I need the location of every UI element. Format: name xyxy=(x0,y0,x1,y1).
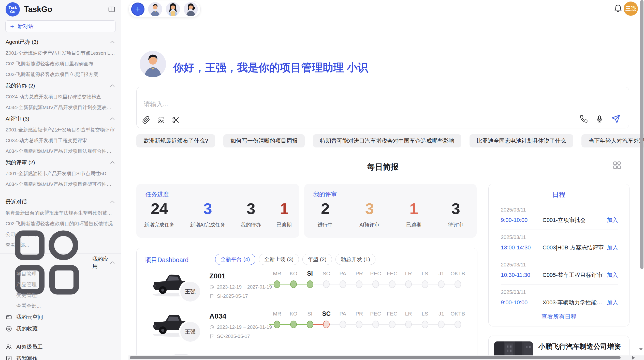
chat-input[interactable] xyxy=(143,100,500,108)
project-row[interactable]: 王强Z0012023-12-19 ~ 2027-01-19SI-2025-05-… xyxy=(137,268,477,307)
stat: 3我的待办 xyxy=(241,200,261,228)
milestone-label: PA xyxy=(334,269,351,278)
schedule-name: C003|H0B-方案冻结评审 xyxy=(543,244,607,251)
suggestion-chip[interactable]: 如何写一份清晰的项目周报 xyxy=(223,134,305,147)
clock-icon xyxy=(209,325,214,330)
logo-text-1: Task xyxy=(8,5,17,9)
milestone-label: PEC xyxy=(368,309,384,318)
layout-grid-icon[interactable] xyxy=(612,160,622,170)
join-link[interactable]: 加入 xyxy=(607,216,618,224)
section-label: 我的评审 (2) xyxy=(6,159,35,166)
project-dates: 2023-12-19 ~ 2026-01-19 xyxy=(209,324,272,330)
new-session-button[interactable]: + xyxy=(131,3,144,16)
user-name: 王强 xyxy=(625,5,636,12)
suggestion-chip[interactable]: 比亚迪全固态电池计划具体说了什么 xyxy=(470,134,573,147)
schedule-list: 2025/03/119:00-10:00C001-立项审批会加入2025/03/… xyxy=(501,202,618,312)
section-label: 我的应用 xyxy=(92,256,109,270)
flag-icon xyxy=(209,334,214,339)
project-name: Z001 xyxy=(209,272,226,280)
chevron-up-icon xyxy=(109,260,115,266)
milestone-label: PEC xyxy=(368,269,384,278)
sidebar-apps-header[interactable]: 我的应用 xyxy=(0,257,121,268)
session-switcher: + xyxy=(128,1,201,17)
sidebar-section-header[interactable]: AI评审 (3) xyxy=(0,113,121,125)
suggestion-chip[interactable]: 特朗普可能对进口汽车增税会对中国车企造成哪些影响 xyxy=(313,134,461,147)
milestone-dot xyxy=(389,280,396,288)
milestone-dot xyxy=(405,280,412,288)
sidebar-item[interactable]: Z001-全新燃油轻卡产品开发项目SI节点属性5D文件评审 xyxy=(0,168,121,179)
clock-icon xyxy=(209,284,214,290)
schedule-time: 13:00-14:30 xyxy=(501,244,539,251)
dashboard-filter[interactable]: 动总开发 (1) xyxy=(335,254,376,265)
stat-label: 新增AI完成任务 xyxy=(190,221,225,228)
sidebar-tool-write-icon[interactable]: 帮我写作 xyxy=(0,353,121,360)
horizontal-scrollbar-thumb[interactable] xyxy=(130,356,621,359)
milestone-dot xyxy=(372,280,379,288)
milestone-dot xyxy=(405,321,412,328)
stat-value: 1 xyxy=(406,200,421,217)
sidebar-item[interactable]: 解释最新出台的欧盟报废车法规再生塑料比例被调至15%... xyxy=(0,208,121,218)
join-link[interactable]: 加入 xyxy=(607,271,618,279)
sidebar-section-header[interactable]: Agent已办 (3) xyxy=(0,36,121,48)
sidebar-section-header[interactable]: 最近对话 xyxy=(0,196,121,208)
stat-value: 3 xyxy=(448,200,463,217)
dashboard-filter[interactable]: 全新上装 (3) xyxy=(259,254,299,265)
schedule-item[interactable]: 2025/03/119:00-10:00C001-立项审批会加入 xyxy=(501,202,618,230)
session-avatar-3[interactable] xyxy=(184,2,198,16)
user-avatar[interactable]: 王强 xyxy=(624,2,638,16)
schedule-item[interactable]: 2025/03/119:00-10:00X003-车辆动力学性能验...加入 xyxy=(501,285,618,312)
schedule-item[interactable]: 2025/03/1110:30-11:30C005-整车工程目标评审加入 xyxy=(501,257,618,285)
send-icon[interactable] xyxy=(611,114,620,124)
stat-card: 任务进度24新增完成任务3新增AI完成任务3我的待办1已逾期 xyxy=(136,184,299,238)
sidebar-item[interactable]: C02-飞腾新能源轻客改款项目里程碑画布 xyxy=(0,58,121,69)
sidebar-item[interactable]: A034-全新新能源MUV产品开发项目法规符合性评审 xyxy=(0,146,121,157)
collapse-panel-icon[interactable] xyxy=(108,6,115,13)
session-avatar-2[interactable] xyxy=(166,2,180,16)
session-avatar-1[interactable] xyxy=(148,2,162,16)
attachment-icon[interactable] xyxy=(142,116,150,124)
vertical-scrollbar-thumb[interactable] xyxy=(640,0,643,269)
view-all-schedule-link[interactable]: 查看所有日程 xyxy=(489,313,629,321)
sidebar-item[interactable]: A034-全新新能源MUV产品开发项目计划变更表编写 xyxy=(0,102,121,113)
suggestion-chip[interactable]: 当下年轻人对汽车外观有怎样的喜好趋势 xyxy=(581,134,644,147)
sidebar-item[interactable]: A034-全新新能源MUV产品开发项目造型可行性评审 xyxy=(0,179,121,190)
divider xyxy=(0,338,121,338)
sidebar-item[interactable]: C0X4-动力总成开发项目SI里程碑提交物检查 xyxy=(0,92,121,102)
join-link[interactable]: 加入 xyxy=(607,299,618,306)
milestone-dot xyxy=(389,321,396,328)
scissors-icon[interactable] xyxy=(172,116,180,124)
sidebar-item[interactable]: C0X4-动力总成开发项目工程变更评审 xyxy=(0,135,121,146)
phone-call-icon[interactable] xyxy=(580,115,588,123)
scroll-right-arrow[interactable] xyxy=(632,356,635,359)
scroll-down-arrow[interactable] xyxy=(639,348,643,351)
input-left-icons xyxy=(142,116,180,124)
sidebar-section-header[interactable]: 我的评审 (2) xyxy=(0,157,121,168)
sidebar-item-star-circle-icon[interactable]: 我的收藏 xyxy=(0,323,121,335)
sidebar-item-cloud-space-icon[interactable]: 我的云空间 xyxy=(0,311,121,323)
new-chat-button[interactable]: + 新对话 xyxy=(5,20,116,32)
sidebar-item[interactable]: C02-飞腾新能源轻客改款项目立项汇报方案 xyxy=(0,69,121,80)
sidebar-item[interactable]: Z001-全新燃油皮卡产品开发项目SI节点Lesson Learn报告 xyxy=(0,48,121,58)
dashboard-filter[interactable]: 年型 (2) xyxy=(302,254,332,265)
sidebar-tool-people-icon[interactable]: AI超级员工 xyxy=(0,341,121,353)
schedule-time: 9:00-10:00 xyxy=(501,217,539,223)
microphone-icon[interactable] xyxy=(595,115,604,123)
stat: 3待评审 xyxy=(448,200,463,228)
dashboard-filter[interactable]: 全新平台 (4) xyxy=(215,254,255,265)
sidebar-section-header[interactable]: 我的待办 (2) xyxy=(0,80,121,92)
milestone-track: MRKOSISCPAPRPECFECLRLSJ1OKTB xyxy=(269,309,472,331)
sidebar: Task Go TaskGo + 新对话 Agent已办 (3)Z001-全新燃… xyxy=(0,0,121,360)
notification-bell-icon[interactable] xyxy=(613,4,623,13)
milestone-label: SC xyxy=(318,269,335,278)
milestone-dot xyxy=(438,280,445,288)
image-upload-icon[interactable] xyxy=(157,116,165,124)
people-icon xyxy=(6,343,12,350)
schedule-item[interactable]: 2025/03/1113:00-14:30C003|H0B-方案冻结评审加入 xyxy=(501,230,618,257)
project-milestone-date: SI-2025-05-17 xyxy=(209,293,248,299)
project-row[interactable]: 王强A0342023-12-19 ~ 2026-01-19SC-2025-05-… xyxy=(137,309,477,347)
suggestion-chip[interactable]: 欧洲新规最近颁布了什么? xyxy=(136,134,215,147)
sidebar-item[interactable]: Z001-全新燃油轻卡产品开发项目SI造型提交物评审 xyxy=(0,125,121,135)
stat: 2进行中 xyxy=(317,200,333,228)
schedule-name: C005-整车工程目标评审 xyxy=(543,271,607,279)
join-link[interactable]: 加入 xyxy=(607,244,618,251)
